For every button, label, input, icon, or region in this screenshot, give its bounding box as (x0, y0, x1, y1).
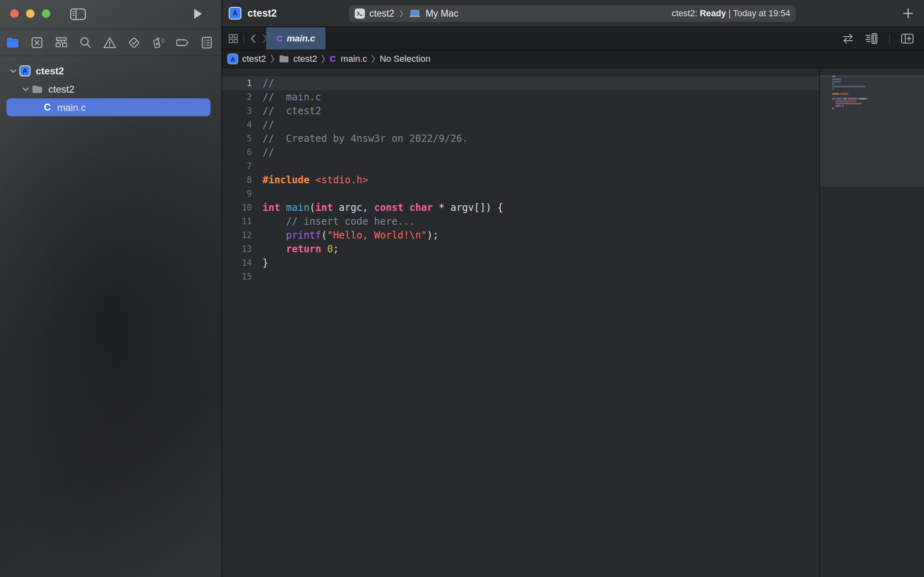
scheme-target: ctest2 (369, 8, 394, 19)
code-line[interactable]: 5// Created by 4nsw3r on 2022/9/26. (222, 132, 819, 145)
minimap-mark (832, 98, 835, 100)
disclosure-chevron-icon[interactable] (9, 67, 18, 76)
reports-navigator-tab[interactable] (200, 35, 214, 50)
minimap-mark (832, 108, 834, 109)
minimap-mark (840, 93, 848, 95)
tree-item-file-selected[interactable]: C main.c (0, 98, 221, 117)
project-navigator-icon (6, 37, 20, 49)
tab-label: main.c (287, 33, 315, 44)
minimap-mark (832, 86, 865, 87)
activity-scheme-bar: ctest2 My Mac ctest2: Ready | (349, 5, 796, 22)
go-back-button[interactable] (249, 33, 258, 44)
issues-navigator-tab[interactable] (102, 35, 117, 50)
line-number: 14 (222, 258, 252, 268)
breakpoints-navigator-tab[interactable] (175, 35, 190, 50)
minimap-mark (832, 76, 835, 77)
add-editor-button[interactable] (900, 33, 914, 44)
line-number: 4 (222, 120, 252, 130)
minimap-mark (857, 98, 858, 100)
minimap-mark (832, 78, 841, 80)
test-diamond-icon (127, 36, 141, 50)
code-line[interactable]: 1// (222, 76, 819, 90)
scheme-chevron-icon (399, 9, 404, 19)
c-file-icon: C (44, 102, 51, 113)
line-number: 5 (222, 134, 252, 143)
code-line[interactable]: 9 (222, 187, 819, 201)
code-line[interactable]: 4// (222, 118, 819, 132)
minimap[interactable] (819, 68, 924, 577)
library-add-button[interactable] (902, 7, 914, 20)
code-area[interactable]: 1//2// main.c3// ctest24//5// Created by… (222, 68, 819, 577)
folder-icon (279, 54, 289, 63)
code-text: // main.c (262, 91, 321, 103)
c-file-icon: C (330, 54, 336, 64)
code-line[interactable]: 13 return 0; (222, 242, 819, 256)
sidebar-toggle-icon (69, 7, 87, 22)
code-text: // insert code here... (262, 216, 415, 227)
code-line[interactable]: 7 (222, 159, 819, 173)
navigator-tab-bar (0, 29, 221, 56)
jumpbar-item-file[interactable]: main.c (341, 54, 367, 64)
tree-item-project[interactable]: A ctest2 (0, 62, 221, 80)
jumpbar-item-project[interactable]: ctest2 (242, 54, 266, 64)
line-number: 8 (222, 175, 252, 185)
jumpbar-item-selection[interactable]: No Selection (380, 54, 430, 64)
minimap-mark (848, 98, 857, 100)
tree-item-label: main.c (57, 102, 86, 113)
minimap-mark (832, 88, 834, 90)
code-line[interactable]: 11 // insert code here... (222, 215, 819, 228)
minimap-mark (840, 98, 842, 100)
tree-item-group[interactable]: ctest2 (0, 80, 221, 98)
tab-main-c[interactable]: C main.c (266, 27, 325, 50)
code-line[interactable]: 3// ctest2 (222, 104, 819, 118)
toolbar-divider (243, 33, 244, 44)
adjust-editor-options-button[interactable] (864, 33, 878, 45)
scheme-selector[interactable]: ctest2 My Mac (349, 8, 672, 19)
folder-icon (32, 85, 43, 94)
traffic-lights (10, 9, 50, 18)
code-line[interactable]: 8#include <stdio.h> (222, 173, 819, 187)
tests-navigator-tab[interactable] (127, 35, 141, 50)
xcode-window: A ctest2 ctest2 C main.c (0, 0, 924, 577)
minimap-mark (835, 103, 842, 104)
jumpbar-item-group[interactable]: ctest2 (293, 54, 317, 64)
window-title: ctest2 (247, 7, 277, 19)
navigator-sidebar: A ctest2 ctest2 C main.c (0, 0, 221, 577)
code-line[interactable]: 2// main.c (222, 90, 819, 104)
minimap-mark (832, 93, 839, 95)
line-number: 9 (222, 189, 252, 199)
code-line[interactable]: 14} (222, 256, 819, 270)
chevron-left-icon (249, 33, 258, 44)
toggle-sidebar-button[interactable] (69, 7, 87, 22)
tree-item-label: ctest2 (36, 65, 64, 77)
code-text: return 0; (262, 243, 339, 255)
project-app-icon: A (229, 7, 241, 20)
minimap-mark (835, 105, 841, 107)
run-button[interactable] (191, 7, 204, 20)
disclosure-chevron-icon[interactable] (21, 85, 30, 94)
code-text: // (262, 147, 274, 158)
code-text: // (262, 78, 274, 89)
code-line[interactable]: 15 (222, 270, 819, 284)
executable-icon (355, 9, 365, 19)
close-button[interactable] (10, 9, 19, 18)
code-line[interactable]: 6// (222, 145, 819, 159)
code-line[interactable]: 12 printf("Hello, World!\n"); (222, 228, 819, 242)
debug-navigator-tab[interactable] (151, 35, 166, 50)
symbols-tab[interactable] (54, 35, 69, 50)
line-number: 15 (222, 272, 252, 282)
source-editor[interactable]: 1//2// main.c3// ctest24//5// Created by… (222, 68, 924, 577)
code-text: int main(int argc, const char * argv[]) … (262, 202, 503, 213)
minimize-button[interactable] (26, 9, 35, 18)
code-line[interactable]: 10int main(int argc, const char * argv[]… (222, 201, 819, 215)
sidebar-titlebar (0, 0, 221, 29)
find-navigator-tab[interactable] (78, 35, 93, 50)
source-control-tab[interactable] (30, 35, 44, 50)
related-items-button[interactable] (228, 33, 239, 44)
code-review-button[interactable] (841, 33, 855, 44)
project-navigator-tab[interactable] (5, 35, 20, 50)
debug-spray-icon (151, 36, 166, 50)
activity-status: ctest2: Ready | Today at 19:54 (672, 9, 796, 19)
zoom-button[interactable] (42, 9, 50, 18)
line-number: 11 (222, 217, 252, 226)
